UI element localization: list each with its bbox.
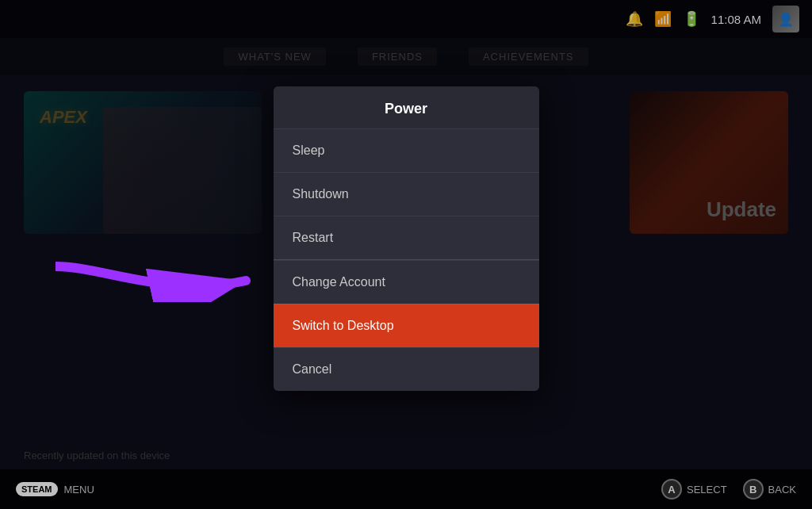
power-menu-item-sleep[interactable]: Sleep xyxy=(274,128,539,172)
arrow-indicator xyxy=(56,258,270,305)
power-menu-item-shutdown[interactable]: Shutdown xyxy=(274,172,539,216)
modal-overlay: Power SleepShutdownRestartChange Account… xyxy=(0,0,812,509)
power-menu-item-cancel[interactable]: Cancel xyxy=(274,347,539,391)
power-menu-item-change_account[interactable]: Change Account xyxy=(274,260,539,304)
power-dialog-title: Power xyxy=(274,86,539,128)
power-dialog: Power SleepShutdownRestartChange Account… xyxy=(274,86,539,391)
power-menu: SleepShutdownRestartChange AccountSwitch… xyxy=(274,128,539,391)
power-menu-item-restart[interactable]: Restart xyxy=(274,216,539,259)
power-menu-item-switch_desktop[interactable]: Switch to Desktop xyxy=(274,304,539,347)
